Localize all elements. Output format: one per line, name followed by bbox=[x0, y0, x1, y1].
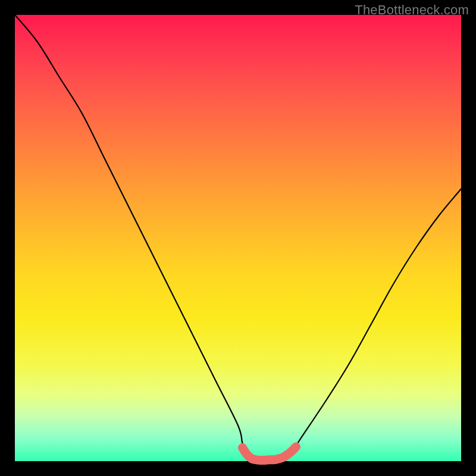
chart-frame: TheBottleneck.com bbox=[0, 0, 476, 476]
bottleneck-curve bbox=[15, 15, 461, 461]
chart-plot-area bbox=[15, 15, 461, 461]
optimal-band bbox=[243, 447, 296, 461]
chart-svg bbox=[15, 15, 461, 461]
